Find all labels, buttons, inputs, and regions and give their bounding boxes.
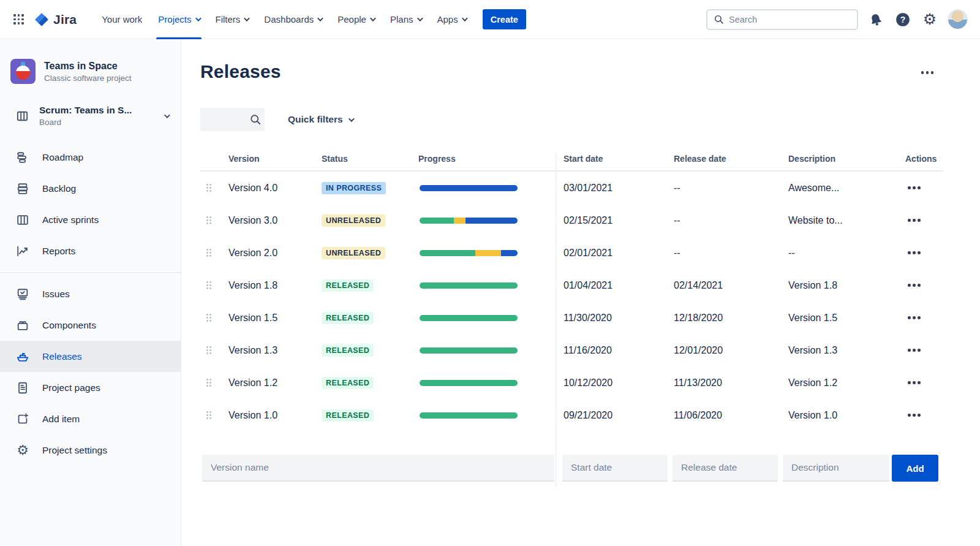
quick-filters-dropdown[interactable]: Quick filters bbox=[288, 114, 353, 125]
progress-bar bbox=[420, 315, 518, 321]
sidebar-item-backlog[interactable]: Backlog bbox=[0, 173, 181, 204]
table-row: Version 1.2 RELEASED 10/12/2020 11/13/20… bbox=[200, 366, 943, 399]
version-name[interactable]: Version 1.8 bbox=[228, 280, 277, 291]
sidebar-item-project-pages[interactable]: Project pages bbox=[0, 372, 181, 403]
nav-item-people[interactable]: People bbox=[330, 0, 382, 39]
chevron-down-icon bbox=[195, 15, 201, 21]
table-row: Version 2.0 UNRELEASED 02/01/2021 -- -- bbox=[200, 237, 943, 269]
nav-item-label: Apps bbox=[437, 14, 458, 25]
column-header-release-date: Release date bbox=[674, 154, 788, 164]
row-actions-button[interactable] bbox=[905, 379, 923, 387]
release-date-input[interactable] bbox=[673, 455, 778, 482]
release-date: -- bbox=[674, 183, 680, 194]
release-date: 02/14/2021 bbox=[674, 280, 723, 291]
active-sprints-icon bbox=[15, 213, 30, 227]
version-name[interactable]: Version 3.0 bbox=[228, 215, 277, 226]
start-date: 02/15/2021 bbox=[564, 215, 612, 226]
nav-item-dashboards[interactable]: Dashboards bbox=[256, 0, 330, 39]
release-filter-search[interactable] bbox=[200, 108, 265, 131]
progress-bar bbox=[420, 282, 518, 289]
create-button[interactable]: Create bbox=[483, 9, 526, 29]
start-date: 11/30/2020 bbox=[564, 313, 612, 324]
table-body: Version 4.0 IN PROGRESS 03/01/2021 -- Aw… bbox=[200, 172, 943, 431]
global-search[interactable] bbox=[706, 9, 858, 30]
sidebar-item-issues[interactable]: Issues bbox=[0, 278, 181, 309]
drag-handle-icon[interactable] bbox=[206, 346, 211, 354]
sidebar-item-releases[interactable]: Releases bbox=[0, 341, 181, 372]
sidebar-item-project-settings[interactable]: ⚙ Project settings bbox=[0, 434, 181, 466]
sidebar-item-active-sprints[interactable]: Active sprints bbox=[0, 204, 181, 235]
settings-gear-icon[interactable]: ⚙ bbox=[921, 10, 939, 29]
column-header-actions: Actions bbox=[893, 154, 942, 164]
row-actions-button[interactable] bbox=[905, 216, 923, 224]
jira-logo[interactable]: Jira bbox=[34, 12, 77, 28]
release-date: 11/06/2020 bbox=[674, 410, 722, 421]
table-row: Version 1.5 RELEASED 11/30/2020 12/18/20… bbox=[200, 301, 943, 334]
app-switcher-icon[interactable] bbox=[13, 14, 24, 25]
nav-item-filters[interactable]: Filters bbox=[208, 0, 257, 39]
row-actions-button[interactable] bbox=[905, 281, 923, 289]
chevron-down-icon bbox=[417, 15, 423, 21]
version-name-input[interactable] bbox=[202, 455, 554, 482]
version-name[interactable]: Version 1.3 bbox=[228, 345, 277, 356]
row-actions-button[interactable] bbox=[905, 184, 923, 192]
sidebar-item-reports[interactable]: Reports bbox=[0, 235, 181, 267]
project-avatar bbox=[10, 59, 36, 84]
version-name[interactable]: Version 1.0 bbox=[228, 410, 277, 421]
notifications-button[interactable] bbox=[867, 10, 885, 29]
user-avatar[interactable] bbox=[948, 9, 968, 29]
add-version-button[interactable]: Add bbox=[892, 455, 938, 482]
drag-handle-icon[interactable] bbox=[206, 411, 211, 419]
description-input[interactable] bbox=[783, 455, 889, 482]
drag-handle-icon[interactable] bbox=[206, 281, 211, 289]
global-search-input[interactable] bbox=[729, 15, 851, 25]
drag-handle-icon[interactable] bbox=[206, 249, 211, 257]
issues-icon bbox=[15, 287, 30, 301]
start-date-input[interactable] bbox=[562, 455, 668, 482]
table-row: Version 1.0 RELEASED 09/21/2020 11/06/20… bbox=[200, 399, 943, 431]
drag-handle-icon[interactable] bbox=[206, 379, 211, 387]
components-icon bbox=[15, 318, 30, 333]
description: Version 1.3 bbox=[788, 345, 837, 356]
version-name[interactable]: Version 2.0 bbox=[228, 248, 277, 259]
drag-handle-icon[interactable] bbox=[206, 184, 211, 192]
sidebar-menu: Roadmap Backlog Active sprints bbox=[0, 142, 181, 466]
nav-item-label: Plans bbox=[390, 14, 413, 25]
sidebar-item-components[interactable]: Components bbox=[0, 309, 181, 341]
nav-item-apps[interactable]: Apps bbox=[429, 0, 474, 39]
start-date: 01/04/2021 bbox=[564, 280, 612, 291]
description: Awesome... bbox=[788, 183, 839, 194]
navbar-menu: Your workProjectsFiltersDashboardsPeople… bbox=[94, 0, 474, 39]
status-badge: RELEASED bbox=[322, 312, 374, 324]
chevron-down-icon bbox=[462, 15, 468, 21]
drag-handle-icon[interactable] bbox=[206, 314, 211, 322]
project-settings-gear-icon: ⚙ bbox=[15, 443, 30, 458]
release-date: -- bbox=[674, 215, 680, 226]
chevron-down-icon bbox=[349, 116, 355, 122]
nav-item-plans[interactable]: Plans bbox=[382, 0, 429, 39]
version-name[interactable]: Version 1.2 bbox=[228, 377, 277, 389]
nav-item-projects[interactable]: Projects bbox=[150, 0, 207, 39]
sidebar-item-roadmap[interactable]: Roadmap bbox=[0, 142, 181, 173]
help-button[interactable]: ? bbox=[894, 10, 912, 29]
nav-item-your-work[interactable]: Your work bbox=[94, 0, 150, 39]
version-name[interactable]: Version 4.0 bbox=[228, 183, 277, 194]
nav-item-label: Dashboards bbox=[264, 14, 314, 25]
releases-table: VersionStatusProgressStart dateRelease d… bbox=[200, 147, 943, 431]
page-actions-button[interactable] bbox=[919, 69, 937, 77]
project-header[interactable]: Teams in Space Classic software project bbox=[0, 59, 181, 84]
version-name[interactable]: Version 1.5 bbox=[228, 313, 277, 324]
row-actions-button[interactable] bbox=[905, 346, 923, 354]
board-selector[interactable]: Scrum: Teams in S... Board bbox=[0, 105, 181, 127]
column-header-description: Description bbox=[788, 154, 893, 164]
add-version-form: Add bbox=[202, 455, 980, 482]
table-row: Version 1.3 RELEASED 11/16/2020 12/01/20… bbox=[200, 334, 943, 366]
row-actions-button[interactable] bbox=[905, 249, 923, 257]
release-filter-input[interactable] bbox=[206, 115, 249, 125]
row-actions-button[interactable] bbox=[905, 314, 923, 322]
sidebar-item-add-item[interactable]: Add item bbox=[0, 403, 181, 434]
row-actions-button[interactable] bbox=[905, 411, 923, 419]
project-name: Teams in Space bbox=[44, 61, 132, 72]
status-badge: RELEASED bbox=[322, 344, 374, 357]
drag-handle-icon[interactable] bbox=[206, 216, 211, 224]
